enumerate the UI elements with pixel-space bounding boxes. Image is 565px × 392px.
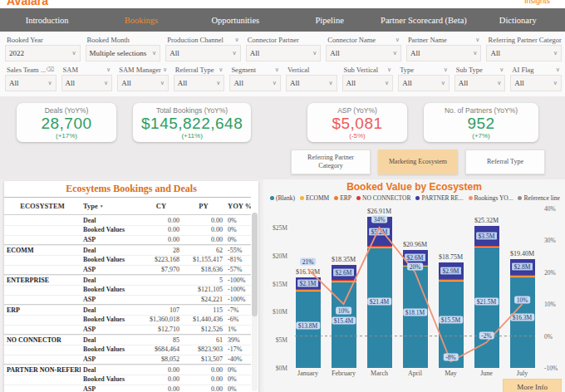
filter-dropdown-type[interactable]: All∨ — [398, 75, 450, 91]
filter-production-channel: Production Channel∨All∨ — [165, 35, 241, 61]
filter-label-text: Partner Name — [408, 36, 447, 44]
filter-dropdown-sam[interactable]: All∨ — [61, 75, 113, 91]
legend-dot-icon — [334, 196, 338, 200]
filter-label-text: Referral Type — [175, 66, 214, 74]
table-scrollbar-thumb[interactable] — [252, 213, 258, 316]
toggle-referral-type[interactable]: Referral Type — [465, 149, 545, 174]
filter-dropdown-sales-team[interactable]: All∨ — [5, 75, 56, 91]
filter-dropdown-production-channel[interactable]: All∨ — [165, 45, 241, 61]
chevron-down-icon: ∨ — [553, 50, 558, 56]
filter-label: Referral Type∨ — [174, 65, 225, 75]
filter-dropdown-booked-year[interactable]: 2022∨ — [5, 45, 81, 61]
x-axis-label: April — [397, 370, 433, 377]
chevron-down-icon[interactable]: ∨ — [444, 66, 448, 73]
y-axis-tick-left: $10M — [273, 308, 290, 316]
chevron-down-icon[interactable]: ∨ — [106, 66, 111, 73]
filter-dropdown-vertical[interactable]: All∨ — [286, 75, 337, 91]
legend-item: (Blank) — [270, 194, 295, 202]
filter-dropdown-referring-partner-category[interactable]: All∨ — [486, 45, 562, 61]
chevron-down-icon[interactable]: ∨ — [235, 37, 239, 43]
column-header-ecosystem[interactable]: ECOSYSTEM — [4, 198, 81, 214]
filter-value: All — [250, 49, 260, 57]
filter-dropdown-sub-vertical[interactable]: All∨ — [342, 75, 394, 91]
filter-area: Booked Year2022∨Booked MonthMultiple sel… — [0, 32, 565, 96]
chevron-down-icon[interactable]: ∨ — [163, 66, 167, 73]
tab-partner-scorecard-beta-[interactable]: Partner Scorecard (Beta) — [376, 8, 470, 32]
filter-label-text: SAM Manager — [119, 66, 161, 74]
filter-label-text: Segment — [231, 66, 256, 74]
chevron-down-icon: ∨ — [393, 50, 397, 56]
y-axis-tick-right: 20% — [540, 268, 556, 276]
filter-dropdown-connector-partner[interactable]: All∨ — [246, 45, 322, 61]
table-scrollbar[interactable] — [252, 213, 258, 391]
tab-opportunities[interactable]: Opportunities — [189, 8, 282, 32]
filter-dropdown-connector-name[interactable]: All∨ — [326, 45, 401, 61]
filter-dropdown-referral-type[interactable]: All∨ — [174, 75, 225, 91]
filter-sam-manager: SAM Manager∨All∨ — [117, 65, 169, 91]
filter-connector-partner: Connector PartnerAll∨ — [246, 35, 322, 61]
table-row: Booked Values$223,168$1,155,417-81% — [4, 255, 251, 265]
y-axis-tick-right: 30% — [540, 237, 556, 244]
chevron-down-icon[interactable]: ∨ — [499, 66, 504, 73]
filter-label-text: Referring Partner Category — [488, 36, 562, 44]
line-point-label: 20% — [407, 262, 424, 270]
tab-bookings[interactable]: Bookings — [94, 8, 188, 32]
filter-label: Partner Name∨ — [406, 35, 482, 45]
insights-link[interactable]: Insights — [524, 0, 550, 5]
legend-dot-icon — [469, 196, 473, 200]
legend-item: Bookings YO... — [469, 194, 513, 202]
toggle-referring-partner-category[interactable]: Referring Partner Category — [291, 149, 371, 174]
kpi-card-total-bookings-yoy: Total Bookings (YoY%)$145,822,648(+11%) — [133, 103, 251, 142]
clear-selections-icon[interactable]: ⌫ — [46, 66, 54, 73]
line-point-label: 34% — [371, 216, 388, 223]
chevron-down-icon: ∨ — [216, 80, 220, 86]
table-row: PARTNER NON-REFERRA...Deal0.000.000% — [4, 365, 251, 375]
filter-dropdown-booked-month[interactable]: Multiple selections∨ — [86, 45, 161, 61]
column-header-cy[interactable]: CY — [140, 198, 182, 214]
filter-segment: Segment∨All∨ — [229, 65, 281, 91]
x-axis-label: June — [469, 370, 504, 377]
column-header-py[interactable]: PY — [182, 198, 225, 214]
table-row: Booked Values$121,105-100% — [4, 285, 251, 295]
chevron-down-icon[interactable]: ∨ — [475, 37, 479, 43]
x-axis-label: May — [433, 370, 469, 377]
legend-item: ERP — [334, 194, 351, 202]
chevron-down-icon[interactable]: ∨ — [556, 66, 560, 73]
filter-label-text: AI Flag — [512, 66, 533, 74]
legend-label: Reference line — [523, 194, 560, 202]
chevron-down-icon[interactable]: ∨ — [396, 37, 400, 43]
filter-dropdown-sam-manager[interactable]: All∨ — [117, 75, 169, 91]
chevron-down-icon[interactable]: ∨ — [219, 66, 223, 73]
filter-dropdown-partner-name[interactable]: All∨ — [406, 45, 482, 61]
column-header-type[interactable]: Type▼ — [81, 198, 140, 214]
chevron-down-icon[interactable]: ∨ — [387, 66, 391, 73]
filter-sub-vertical: Sub Vertical∨All∨ — [342, 65, 394, 91]
column-header-yoy[interactable]: YOY % — [225, 198, 251, 214]
chevron-down-icon: ∨ — [312, 50, 317, 56]
tab-dictionary[interactable]: Dictionary — [471, 8, 565, 32]
filter-sam: SAM∨All∨ — [61, 65, 113, 91]
filter-label: Vertical — [286, 65, 337, 75]
chevron-down-icon: ∨ — [473, 50, 477, 56]
legend-label: ECOMM — [306, 194, 329, 202]
filter-dropdown-ai-flag[interactable]: All∨ — [510, 75, 562, 91]
kpi-title: Deals (YoY%) — [25, 106, 108, 115]
cell-ecosystem — [4, 385, 81, 392]
filter-label-text: Sub Type — [456, 66, 483, 74]
table-title: Ecosytems Bookings and Deals — [4, 181, 258, 197]
kpi-band: Deals (YoY%)28,700(+17%)Total Bookings (… — [0, 96, 565, 147]
table-row: ECOMMDeal2862-55% — [4, 245, 251, 255]
filter-label: Booked Year — [5, 35, 81, 45]
toggle-marketing-ecosystem[interactable]: Marketing Ecosystem — [378, 149, 458, 174]
tab-pipeline[interactable]: Pipeline — [282, 8, 376, 32]
filter-referring-partner-category: Referring Partner Category∨All∨ — [486, 35, 562, 61]
filter-label: Sub Type∨ — [454, 65, 506, 75]
tab-introduction[interactable]: Introduction — [0, 8, 94, 32]
filter-dropdown-sub-type[interactable]: All∨ — [454, 75, 506, 91]
filter-label-text: Connector Name — [327, 36, 376, 44]
chevron-down-icon[interactable]: ∨ — [275, 66, 279, 73]
filter-label: AI Flag∨ — [510, 65, 562, 75]
filter-dropdown-segment[interactable]: All∨ — [229, 75, 281, 91]
more-info-button[interactable]: More Info — [503, 379, 562, 392]
table-row: Deal0.000.000% — [4, 215, 251, 225]
